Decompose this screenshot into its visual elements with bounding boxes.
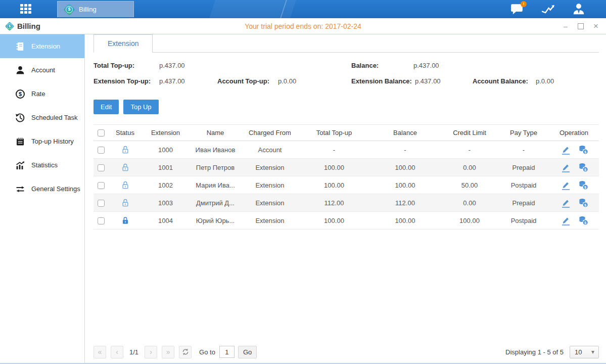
- top-up-row-icon[interactable]: [578, 145, 588, 155]
- messages-icon[interactable]: !: [510, 3, 524, 15]
- page-size-select[interactable]: 10 ▾: [570, 346, 599, 358]
- account-topup-label: Account Top-up:: [217, 77, 269, 85]
- main-panel: Extension Total Top-up: p.437.00 Balance…: [85, 34, 606, 363]
- top-up-button[interactable]: Top Up: [123, 100, 158, 114]
- reports-chart-icon[interactable]: [541, 3, 555, 15]
- cell-total-topup: 100.00: [299, 181, 369, 189]
- edit-row-icon[interactable]: [560, 198, 570, 208]
- cell-charged-from: Extension: [241, 199, 299, 207]
- sidebar-label-extension: Extension: [31, 42, 60, 50]
- edit-row-icon[interactable]: [560, 145, 570, 155]
- first-page-button[interactable]: «: [94, 346, 106, 358]
- top-up-row-icon[interactable]: [578, 215, 588, 225]
- last-page-button[interactable]: »: [162, 346, 174, 358]
- cell-balance: 100.00: [369, 181, 441, 189]
- billing-app-tab-label: Billing: [79, 6, 97, 13]
- cell-charged-from: Extension: [241, 164, 299, 171]
- sidebar-item-scheduled-task[interactable]: Scheduled Task: [0, 106, 84, 129]
- summary-section: Total Top-up: p.437.00 Balance: p.437.00…: [94, 60, 599, 92]
- edit-button[interactable]: Edit: [94, 100, 119, 114]
- notification-badge: !: [521, 1, 527, 7]
- extension-balance-label: Extension Balance:: [351, 77, 412, 85]
- tab-extension[interactable]: Extension: [94, 34, 153, 53]
- sidebar-item-extension[interactable]: Extension: [0, 34, 84, 58]
- sidebar-item-account[interactable]: Account: [0, 58, 84, 82]
- account-person-icon: [15, 65, 25, 75]
- sidebar-label-rate: Rate: [31, 90, 45, 98]
- cell-extension: 1002: [142, 181, 190, 189]
- sidebar-item-general-settings[interactable]: General Settings: [0, 177, 84, 201]
- sidebar-label-scheduled-task: Scheduled Task: [31, 114, 78, 121]
- sidebar-item-rate[interactable]: $ Rate: [0, 82, 84, 106]
- table-row[interactable]: 1001 Петр Петров Extension 100.00 100.00…: [94, 159, 599, 176]
- minimize-button[interactable]: –: [562, 22, 570, 30]
- extension-topup-value: p.437.00: [159, 77, 185, 85]
- billing-app-tab[interactable]: $ Billing: [57, 1, 134, 17]
- top-up-row-icon[interactable]: [578, 198, 588, 208]
- cell-pay-type: Postpaid: [498, 181, 549, 189]
- row-checkbox[interactable]: [98, 164, 105, 171]
- table-row[interactable]: 1003 Дмитрий Д... Extension 112.00 112.0…: [94, 194, 599, 212]
- cell-name: Юрий Юрь...: [190, 217, 241, 224]
- account-topup-value: p.0.00: [278, 77, 296, 85]
- close-button[interactable]: ×: [592, 22, 600, 30]
- billing-window: $ Billing !: [0, 0, 606, 364]
- general-settings-sliders-icon: [15, 184, 25, 194]
- edit-row-icon[interactable]: [560, 215, 570, 225]
- cell-balance: -: [369, 146, 441, 154]
- go-button[interactable]: Go: [238, 346, 257, 358]
- goto-page-input[interactable]: [219, 346, 235, 358]
- select-all-checkbox[interactable]: [98, 129, 105, 136]
- cell-total-topup: -: [299, 146, 369, 154]
- next-page-button[interactable]: ›: [145, 346, 157, 358]
- topbar: $ Billing !: [0, 0, 606, 18]
- top-up-row-icon[interactable]: [578, 162, 588, 172]
- tab-strip: Extension: [94, 34, 599, 53]
- cell-charged-from: Extension: [241, 181, 299, 189]
- tab-extension-label: Extension: [108, 39, 138, 48]
- sidebar-item-topup-history[interactable]: Top-up History: [0, 129, 84, 153]
- sidebar-item-statistics[interactable]: Statistics: [0, 153, 84, 177]
- edit-row-icon[interactable]: [560, 180, 570, 190]
- status-unlocked-icon: [121, 163, 130, 172]
- page-size-value: 10: [575, 348, 582, 356]
- status-unlocked-icon: [121, 180, 130, 190]
- sidebar: Extension Account $ Rate: [0, 34, 85, 363]
- cell-pay-type: -: [498, 146, 549, 154]
- table-row[interactable]: 1002 Мария Ива... Extension 100.00 100.0…: [94, 176, 599, 194]
- extension-balance-value: p.437.00: [415, 77, 441, 85]
- app-grid-icon[interactable]: [20, 4, 33, 15]
- cell-total-topup: 100.00: [299, 164, 369, 171]
- status-locked-icon: [121, 216, 130, 225]
- cell-balance: 100.00: [369, 164, 441, 171]
- table-header-row: Status Extension Name Charged From Total…: [94, 124, 599, 141]
- row-checkbox[interactable]: [98, 217, 105, 224]
- chevron-down-icon: ▾: [591, 348, 594, 355]
- cell-name: Мария Ива...: [190, 181, 241, 189]
- row-checkbox[interactable]: [98, 147, 105, 154]
- prev-page-button[interactable]: ‹: [111, 346, 123, 358]
- col-pay-type: Pay Type: [498, 129, 549, 136]
- account-balance-label: Account Balance:: [473, 77, 528, 85]
- displaying-text: Displaying 1 - 5 of 5: [505, 348, 564, 356]
- cell-name: Иван Иванов: [190, 146, 241, 154]
- table-row[interactable]: 1000 Иван Иванов Account - - - -: [94, 141, 599, 159]
- user-account-icon[interactable]: [572, 3, 586, 15]
- maximize-button[interactable]: [578, 23, 584, 29]
- balance-label: Balance:: [351, 62, 379, 69]
- svg-text:$: $: [19, 91, 22, 97]
- edit-row-icon[interactable]: [560, 162, 570, 172]
- row-checkbox[interactable]: [98, 200, 105, 207]
- col-credit-limit: Credit Limit: [441, 129, 498, 136]
- top-up-row-icon[interactable]: [578, 180, 588, 190]
- cell-extension: 1003: [142, 199, 190, 207]
- topup-history-ledger-icon: [15, 136, 25, 147]
- sidebar-label-general-settings: General Settings: [31, 185, 80, 193]
- trial-notice: Your trial period ends on: 2017-02-24: [0, 22, 606, 30]
- cell-total-topup: 112.00: [299, 199, 369, 207]
- billing-title-icon: $: [5, 22, 14, 31]
- refresh-button[interactable]: [179, 346, 192, 358]
- row-checkbox[interactable]: [98, 182, 105, 189]
- sidebar-label-statistics: Statistics: [31, 161, 58, 169]
- table-row[interactable]: 1004 Юрий Юрь... Extension 100.00 100.00…: [94, 212, 599, 230]
